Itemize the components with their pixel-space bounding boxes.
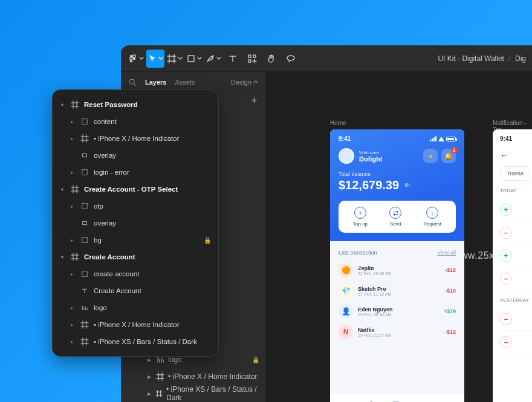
caret-icon[interactable]: ▸	[71, 170, 76, 175]
caret-icon[interactable]: ▸	[71, 204, 76, 209]
action-top up[interactable]: + Top up	[353, 207, 368, 227]
design-tab[interactable]: Design	[231, 79, 258, 86]
caret-icon[interactable]: ▸	[71, 238, 76, 243]
tab-account[interactable]: ☺ Account	[442, 400, 457, 402]
caret-icon[interactable]: ▸	[71, 305, 76, 311]
transaction-row[interactable]: –	[500, 221, 532, 244]
assets-tab[interactable]: Assets	[175, 79, 195, 86]
notification-badge: 2	[451, 147, 458, 154]
frame-icon	[155, 389, 163, 398]
last-transaction-label: Last transaction	[339, 250, 377, 256]
text-tool[interactable]	[224, 50, 242, 68]
toggle-visibility-icon[interactable]: 👁	[404, 182, 410, 189]
layers-popover[interactable]: ▾ Reset Password ▸ content ▸ • iPhone X …	[52, 89, 219, 357]
comment-tool[interactable]	[282, 50, 300, 68]
caret-icon[interactable]	[71, 221, 76, 226]
notifications-button[interactable]: 🔔 2	[441, 149, 456, 163]
move-tool[interactable]	[146, 50, 164, 68]
transaction-row[interactable]: N Netflix19 Feb, 01:57 AM -$12	[339, 325, 456, 339]
layer-row[interactable]: ▾ Create Account	[53, 248, 218, 265]
resources-tool[interactable]	[243, 50, 261, 68]
frame-label[interactable]: Home	[330, 120, 346, 126]
frame-tool[interactable]	[166, 50, 184, 68]
lock-icon[interactable]: 🔒	[204, 237, 211, 244]
project-name[interactable]: UI Kit - Digital Wallet	[438, 54, 504, 63]
filter-chip[interactable]: Transa	[500, 166, 530, 181]
caret-icon[interactable]: ▸	[71, 119, 76, 125]
layer-row[interactable]: ▸ login - error	[53, 164, 218, 181]
caret-icon[interactable]	[71, 288, 76, 294]
bell-icon: 🔔	[444, 152, 453, 160]
merchant-name: Netflix	[358, 327, 391, 333]
figma-canvas[interactable]: Home Notification - Tra www.25xt 9:41	[266, 72, 532, 402]
transaction-row[interactable]: 💎 Sketch Pro21 Feb, 11:32 AM -$10	[339, 284, 456, 298]
action-icon: +	[354, 207, 366, 219]
rewards-button[interactable]: ★	[423, 149, 438, 163]
shape-tool[interactable]	[185, 50, 203, 68]
tab-home[interactable]: ⌂ Home	[337, 400, 349, 402]
hand-tool[interactable]	[262, 50, 281, 68]
layer-row[interactable]: ▸ bg 🔒	[53, 232, 218, 248]
layer-row[interactable]: ▾ Create Account - OTP Select	[53, 181, 218, 198]
transaction-row[interactable]: –	[500, 331, 532, 354]
layer-row[interactable]: Create Account	[53, 282, 218, 299]
transaction-row[interactable]: +	[500, 198, 532, 221]
caret-icon[interactable]: ▸	[71, 322, 76, 328]
layer-row[interactable]: ▾ Reset Password	[53, 96, 218, 113]
figma-menu-button[interactable]	[127, 50, 145, 68]
caret-icon[interactable]: ▾	[61, 187, 66, 192]
tab-history[interactable]: ↺ History	[363, 400, 377, 402]
layer-row[interactable]: ▸ logo	[53, 299, 218, 316]
layer-row[interactable]: ▸ create account	[53, 265, 218, 282]
caret-icon[interactable]	[71, 153, 76, 158]
transaction-row[interactable]: 🟠 Zeplin22 Feb, 15:39 PM -$12	[339, 263, 456, 277]
layer-row[interactable]: ▸ content	[53, 113, 218, 130]
back-button[interactable]: ←	[500, 151, 532, 160]
group-icon	[80, 168, 89, 177]
caret-icon[interactable]: ▾	[61, 102, 66, 108]
notification-artboard[interactable]: 9:41 ← Transa TODAY + – + – YESTERDAY – …	[493, 129, 532, 402]
layer-row[interactable]: overlay	[53, 147, 218, 164]
caret-icon[interactable]: ▾	[61, 254, 66, 260]
page-name[interactable]: Dig	[515, 54, 526, 63]
layer-label: • iPhone XS / Bars / Status / Dark	[94, 338, 197, 345]
layer-row[interactable]: overlay	[53, 215, 218, 232]
caret-icon[interactable]: ▸	[71, 271, 76, 277]
tab-scan[interactable]: ▣ Scan	[391, 400, 401, 402]
caret-icon[interactable]: ▸	[71, 339, 76, 345]
logo-icon	[156, 355, 164, 364]
view-all-link[interactable]: View all	[437, 250, 456, 256]
transaction-row[interactable]: 👤 Eden Nguyen19 Feb, 08:14 AM +$79	[339, 304, 456, 319]
breadcrumb[interactable]: UI Kit - Digital Wallet / Dig	[438, 54, 526, 63]
search-icon[interactable]	[128, 78, 137, 86]
action-send[interactable]: ⇄ Send	[389, 207, 401, 227]
layer-row[interactable]: ▸ • iPhone XS / Bars / Status / Dark	[121, 385, 265, 402]
minus-icon: –	[500, 313, 512, 325]
transaction-row[interactable]: –	[500, 267, 532, 290]
plus-icon: +	[500, 250, 512, 262]
pen-tool[interactable]	[204, 50, 222, 68]
tab-wallet[interactable]: ▭ Wallet	[415, 400, 427, 402]
layer-row[interactable]: ▸ • iPhone X / Home Indicator	[53, 130, 218, 147]
caret-icon[interactable]: ▸	[71, 136, 76, 141]
transaction-list: 🟠 Zeplin22 Feb, 15:39 PM -$12 💎 Sketch P…	[339, 263, 456, 339]
layer-row[interactable]: ▸ • iPhone XS / Bars / Status / Dark	[53, 333, 218, 350]
avatar[interactable]	[339, 148, 354, 164]
svg-point-1	[130, 57, 132, 59]
action-request[interactable]: ↓ Request	[423, 207, 441, 227]
layers-tab[interactable]: Layers	[145, 79, 166, 86]
layer-row[interactable]: ▸ • iPhone X / Home Indicator	[53, 316, 218, 333]
layer-row[interactable]: ▸ otp	[53, 198, 218, 215]
tab-icon: ⌂	[341, 400, 345, 402]
transaction-row[interactable]: –	[500, 308, 532, 331]
home-artboard[interactable]: 9:41 Welcome Dofight	[330, 129, 464, 402]
frame-icon	[71, 100, 79, 109]
lock-icon[interactable]: 🔒	[252, 357, 259, 363]
tab-icon: ☺	[446, 400, 453, 402]
layer-row[interactable]: ▸ • iPhone X / Home Indicator	[121, 368, 265, 385]
action-icon: ↓	[426, 207, 438, 219]
add-page-button[interactable]: +	[251, 95, 257, 106]
transaction-time: 21 Feb, 11:32 AM	[358, 292, 391, 296]
section-label-today: TODAY	[500, 188, 532, 193]
transaction-row[interactable]: +	[500, 244, 532, 267]
